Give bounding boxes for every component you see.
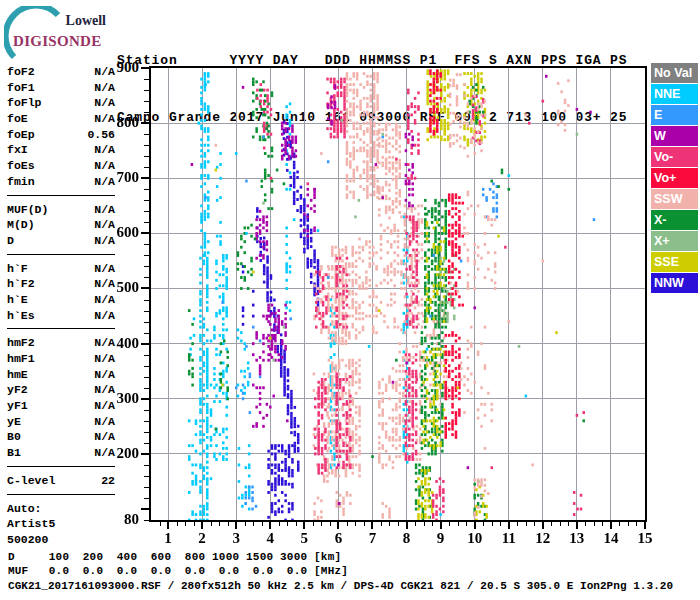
param-row: h`EsN/A — [7, 308, 115, 324]
y-minor-tick — [144, 222, 149, 223]
param-value: N/A — [94, 202, 115, 218]
y-minor-tick — [144, 311, 149, 312]
param-row: foFlpN/A — [7, 95, 115, 111]
param-label: Auto: — [7, 501, 42, 517]
param-row: C-level22 — [7, 473, 115, 489]
param-row: 500200 — [7, 532, 115, 548]
param-label: foEs — [7, 158, 35, 174]
x-major-tick — [371, 522, 373, 529]
y-tick-label: 900 — [105, 59, 139, 76]
param-label: M(D) — [7, 217, 35, 233]
param-row: yEN/A — [7, 414, 115, 430]
footer-info-line: CGK21_2017161093000.RSF / 280fx512h 50 k… — [8, 580, 673, 592]
legend-item-x-: X- — [651, 210, 698, 230]
x-major-tick — [440, 522, 442, 529]
x-minor-tick — [245, 522, 246, 526]
param-label: hmE — [7, 367, 28, 383]
x-minor-tick — [228, 522, 229, 526]
legend-item-nne: NNE — [651, 84, 698, 104]
x-minor-tick — [517, 522, 518, 526]
x-major-tick — [644, 522, 646, 529]
param-value: N/A — [94, 80, 115, 96]
distance-row: D 100 200 400 600 800 1000 1500 3000 [km… — [8, 551, 341, 563]
x-minor-tick — [194, 522, 195, 526]
y-minor-tick — [144, 410, 149, 411]
param-label: yF1 — [7, 398, 28, 414]
y-minor-tick — [144, 487, 149, 488]
y-minor-tick — [144, 112, 149, 113]
param-row: foF1N/A — [7, 80, 115, 96]
y-minor-tick — [144, 101, 149, 102]
param-label: h`E — [7, 292, 28, 308]
x-tick-label: 12 — [528, 530, 558, 547]
x-tick-label: 4 — [255, 530, 285, 547]
x-minor-tick — [253, 522, 254, 526]
direction-color-legend: No ValNNEEWVo-Vo+SSWX-X+SSENNW — [651, 63, 698, 294]
param-row: DN/A — [7, 233, 115, 249]
digisonde-ionogram-app: Lowell DIGISONDE Station YYYY DAY DDD HH… — [0, 0, 700, 600]
legend-item-e: E — [651, 105, 698, 125]
param-row: Auto: — [7, 501, 115, 517]
legend-item-w: W — [651, 126, 698, 146]
y-minor-tick — [144, 421, 149, 422]
y-minor-tick — [144, 211, 149, 212]
y-minor-tick — [144, 189, 149, 190]
y-minor-tick — [144, 145, 149, 146]
y-major-tick — [141, 343, 149, 345]
y-tick-label: 300 — [105, 390, 139, 407]
param-row: MUF(D)N/A — [7, 202, 115, 218]
param-row: foF2N/A — [7, 64, 115, 80]
param-row: Artist5 — [7, 516, 115, 532]
x-tick-label: 5 — [289, 530, 319, 547]
param-label: hmF2 — [7, 335, 35, 351]
ionogram-plot-frame — [149, 66, 647, 522]
y-tick-label: 500 — [105, 279, 139, 296]
x-minor-tick — [458, 522, 459, 526]
legend-item-x-: X+ — [651, 231, 698, 251]
y-minor-tick — [144, 79, 149, 80]
x-minor-tick — [415, 522, 416, 526]
y-minor-tick — [144, 443, 149, 444]
x-major-tick — [337, 522, 339, 529]
y-major-tick — [141, 122, 149, 124]
y-minor-tick — [144, 244, 149, 245]
x-tick-label: 11 — [494, 530, 524, 547]
x-major-tick — [406, 522, 408, 529]
param-row: h`F2N/A — [7, 276, 115, 292]
param-value: 22 — [101, 473, 115, 489]
x-tick-label: 6 — [323, 530, 353, 547]
x-minor-tick — [568, 522, 569, 526]
x-minor-tick — [483, 522, 484, 526]
param-label: fxI — [7, 142, 28, 158]
y-minor-tick — [144, 255, 149, 256]
param-value: N/A — [94, 367, 115, 383]
y-minor-tick — [144, 377, 149, 378]
param-label: Artist5 — [7, 516, 55, 532]
x-major-tick — [576, 522, 578, 529]
x-minor-tick — [492, 522, 493, 526]
param-row: h`EN/A — [7, 292, 115, 308]
x-major-tick — [201, 522, 203, 529]
x-major-tick — [610, 522, 612, 529]
x-minor-tick — [185, 522, 186, 526]
param-label: foE — [7, 111, 28, 127]
ionogram-data-canvas — [151, 68, 645, 520]
x-tick-label: 9 — [426, 530, 456, 547]
legend-item-nnw: NNW — [651, 273, 698, 293]
x-minor-tick — [398, 522, 399, 526]
x-minor-tick — [279, 522, 280, 526]
legend-item-vo-: Vo- — [651, 147, 698, 167]
y-minor-tick — [144, 520, 149, 521]
panel-separator — [7, 195, 115, 196]
param-label: 500200 — [7, 532, 48, 548]
x-minor-tick — [355, 522, 356, 526]
x-minor-tick — [364, 522, 365, 526]
x-tick-label: 13 — [562, 530, 592, 547]
param-label: foF2 — [7, 64, 35, 80]
y-minor-tick — [144, 90, 149, 91]
x-major-tick — [303, 522, 305, 529]
y-major-tick — [141, 232, 149, 234]
x-minor-tick — [628, 522, 629, 526]
param-row: h`FN/A — [7, 261, 115, 277]
param-label: yE — [7, 414, 21, 430]
